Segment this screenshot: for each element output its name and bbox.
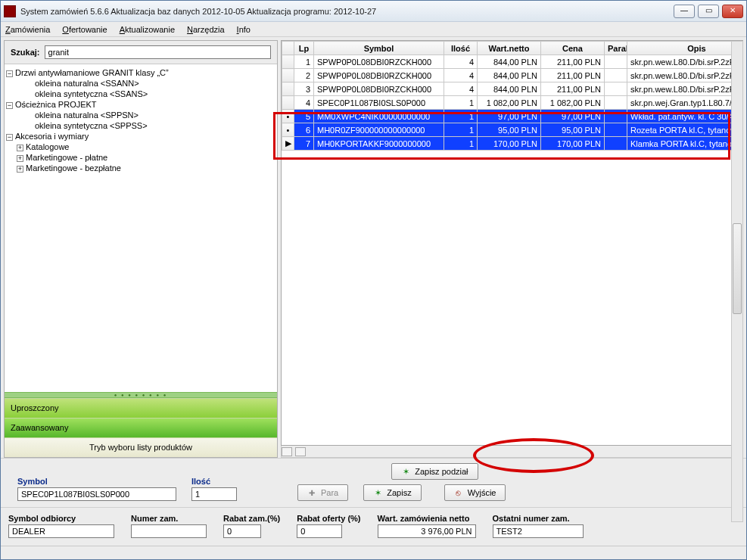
window-vscroll[interactable] (731, 41, 743, 522)
tree-expand-icon[interactable]: + (17, 166, 23, 173)
cell-opis: Rozeta PORTA kl.C, tytanowa (627, 123, 744, 137)
app-icon (4, 5, 16, 17)
cell-paral (605, 96, 627, 110)
table-row[interactable]: 3SPWP0P0L08DBI0RZCKH0004844,00 PLN211,00… (282, 82, 744, 96)
ilosc-input[interactable] (191, 487, 237, 501)
symbol-field-group: Symbol (17, 477, 176, 501)
symbol-input[interactable] (17, 487, 176, 501)
rabat-zam-label: Rabat zam.(%) (223, 514, 280, 523)
wart-zam-label: Wart. zamówienia netto (378, 514, 476, 523)
cell-cena: 1 082,00 PLN (541, 96, 605, 110)
tree-item[interactable]: Akcesoria i wymiary (15, 132, 89, 141)
menu-ofertowanie[interactable]: Ofertowanie (62, 25, 107, 34)
numer-zam-input[interactable] (131, 524, 207, 538)
search-row: Szukaj: (5, 41, 277, 64)
menu-info[interactable]: Info (237, 25, 251, 34)
menu-aktualizowanie[interactable]: Aktualizowanie (120, 25, 175, 34)
scroll-left-icon[interactable] (282, 447, 292, 456)
wyjscie-button[interactable]: Wyjście (444, 484, 506, 501)
tree-item[interactable]: Marketingowe - bezpłatne (26, 163, 121, 173)
row-marker (282, 69, 294, 82)
cell-cena: 170,00 PLN (541, 137, 605, 151)
cell-lp: 6 (294, 123, 314, 137)
col-wart[interactable]: Wart.netto (478, 42, 541, 55)
cell-paral (605, 82, 627, 96)
col-ilosc[interactable]: Ilość (444, 42, 478, 55)
tree-toggle-icon[interactable]: − (6, 70, 13, 77)
numer-zam-label: Numer zam. (131, 514, 207, 523)
grid-header-row: Lp Symbol Ilość Wart.netto Cena Paral Op… (282, 42, 744, 55)
tree-expand-icon[interactable]: + (17, 145, 23, 151)
menu-zamowienia[interactable]: Zamówienia (5, 25, 50, 34)
title-bar: System zamówień 5.6.6 Aktualizacja baz d… (1, 1, 746, 22)
col-cena[interactable]: Cena (541, 42, 605, 55)
tree-item[interactable]: okleina naturalna <SPPSN> (6, 110, 139, 120)
rabat-zam-input[interactable] (223, 524, 261, 538)
mid-strip: Symbol Ilość Para Zapisz podział Zapisz … (1, 458, 746, 508)
cell-cena: 95,00 PLN (541, 123, 605, 137)
mode-simple-button[interactable]: Uproszczony (5, 398, 277, 418)
symbol-odbiorcy-input[interactable] (8, 524, 114, 538)
cell-symbol: SPWP0P0L08DBI0RZCKH000 (314, 55, 444, 69)
cell-cena: 211,00 PLN (541, 55, 605, 69)
para-button[interactable]: Para (297, 484, 348, 501)
tree-item[interactable]: Ościeżnica PROJEKT (15, 100, 97, 109)
ostatni-numer-label: Ostatni numer zam. (493, 514, 584, 523)
cell-paral (605, 110, 627, 123)
ostatni-numer-input[interactable] (493, 524, 584, 538)
app-window: System zamówień 5.6.6 Aktualizacja baz d… (0, 0, 747, 560)
cell-wart: 1 082,00 PLN (478, 96, 541, 110)
table-row[interactable]: 4SPEC0P1L087BI0SLS0P00011 082,00 PLN1 08… (282, 96, 744, 110)
zapisz-podzial-button[interactable]: Zapisz podział (391, 463, 478, 480)
cell-paral (605, 137, 627, 151)
search-input[interactable] (45, 45, 271, 59)
table-row[interactable]: 2SPWP0P0L08DBI0RZCKH0004844,00 PLN211,00… (282, 69, 744, 82)
minimize-button[interactable]: — (674, 5, 695, 18)
table-row[interactable]: ▶7MH0KPORTAKKF90000000001170,00 PLN170,0… (282, 137, 744, 151)
scroll-thumb[interactable] (733, 223, 742, 314)
row-marker: • (282, 123, 294, 137)
zapisz-button[interactable]: Zapisz (363, 484, 421, 501)
row-marker (282, 55, 294, 69)
tree-item[interactable]: okleina naturalna <SSANN> (6, 79, 139, 88)
table-row[interactable]: •6MH0R0ZF900000000000000195,00 PLN95,00 … (282, 123, 744, 137)
tree-expand-icon[interactable]: + (17, 155, 23, 162)
product-tree[interactable]: −Drzwi antywłamaniowe GRANIT klasy „C” o… (5, 64, 277, 392)
cell-cena: 211,00 PLN (541, 69, 605, 82)
tree-toggle-icon[interactable]: − (6, 134, 13, 141)
tree-toggle-icon[interactable]: − (6, 102, 13, 109)
cell-opis: skr.pn.wew.L80.D/bi.srP.2zP.p (627, 82, 744, 96)
grid-hscroll[interactable] (281, 446, 743, 458)
cell-wart: 97,00 PLN (478, 110, 541, 123)
rabat-oferty-input[interactable] (297, 524, 342, 538)
splitter-handle[interactable]: ● ● ● ● ● ● ● ● (5, 392, 277, 398)
tree-item[interactable]: Marketingowe - płatne (26, 153, 107, 162)
cell-opis: skr.pn.wew.L80.D/bi.srP.2zP.p (627, 69, 744, 82)
cell-symbol: SPWP0P0L08DBI0RZCKH000 (314, 82, 444, 96)
tree-item[interactable]: Drzwi antywłamaniowe GRANIT klasy „C” (15, 68, 169, 77)
table-row[interactable]: •5MM0XWPC4NIK00000000000197,00 PLN97,00 … (282, 110, 744, 123)
scroll-box-icon[interactable] (295, 447, 306, 456)
cell-symbol: SPWP0P0L08DBI0RZCKH000 (314, 69, 444, 82)
cell-opis: Wkład. pat.antyw. kl. C 30/40G (627, 110, 744, 123)
cell-wart: 844,00 PLN (478, 55, 541, 69)
col-lp[interactable]: Lp (294, 42, 314, 55)
row-marker: ▶ (282, 137, 294, 151)
items-grid[interactable]: Lp Symbol Ilość Wart.netto Cena Paral Op… (282, 41, 743, 151)
tree-item[interactable]: okleina syntetyczna <SPPSS> (6, 121, 148, 130)
cell-cena: 211,00 PLN (541, 82, 605, 96)
tree-item[interactable]: okleina syntetyczna <SSANS> (6, 89, 148, 98)
cell-symbol: SPEC0P1L087BI0SLS0P000 (314, 96, 444, 110)
grid-container: Lp Symbol Ilość Wart.netto Cena Paral Op… (281, 40, 743, 446)
maximize-button[interactable]: ▭ (698, 5, 719, 18)
mode-picklist-button[interactable]: Tryb wyboru listy produktów (5, 437, 277, 457)
col-symbol[interactable]: Symbol (314, 42, 444, 55)
col-opis[interactable]: Opis (627, 42, 744, 55)
cell-ilosc: 1 (444, 137, 478, 151)
tree-item[interactable]: Katalogowe (26, 142, 70, 151)
col-paral[interactable]: Paral (605, 42, 627, 55)
menu-narzedzia[interactable]: Narzędzia (187, 25, 225, 34)
close-button[interactable]: ✕ (722, 5, 743, 18)
mode-advanced-button[interactable]: Zaawansowany (5, 418, 277, 437)
table-row[interactable]: 1SPWP0P0L08DBI0RZCKH0004844,00 PLN211,00… (282, 55, 744, 69)
